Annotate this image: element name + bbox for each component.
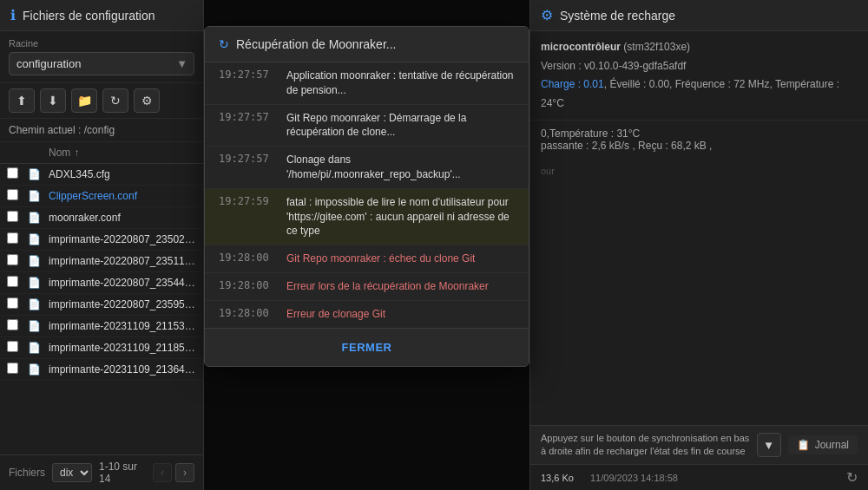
pagination-bar: Fichiers dix 1-10 sur 14 ‹ › xyxy=(0,454,203,490)
file-name: imprimante-20220807_235445.cfg xyxy=(49,277,196,289)
recovery-dialog: ↻ Récupération de Moonraker... 19:27:57 … xyxy=(204,26,529,367)
table-row[interactable]: 📄 imprimante-20231109_213641.cfg xyxy=(0,359,203,381)
header-name-cell: Nom ↑ xyxy=(49,147,196,159)
download-file-button[interactable]: ⬇ xyxy=(40,88,66,113)
folder-icon: 📁 xyxy=(77,94,92,108)
log-entry: 19:27:57 Application moonraker : tentati… xyxy=(205,62,529,105)
log-time: 19:28:00 xyxy=(219,307,279,319)
row-checkbox-cell xyxy=(7,297,28,311)
row-checkbox-cell xyxy=(7,232,28,246)
root-select[interactable]: configuration xyxy=(9,52,194,75)
right-panel-title: Système de recharge xyxy=(560,9,675,23)
new-folder-button[interactable]: 📁 xyxy=(71,88,97,113)
close-button[interactable]: FERMER xyxy=(328,337,406,357)
download-icon: ⬇ xyxy=(48,94,58,108)
file-icon: 📄 xyxy=(28,320,49,332)
pagination-files-label: Fichiers xyxy=(9,467,45,479)
log-message: Clonage dans '/home/pi/.moonraker_repo_b… xyxy=(286,153,515,182)
refresh-button[interactable]: ↻ xyxy=(102,88,128,113)
row-checkbox[interactable] xyxy=(7,276,18,287)
dialog-refresh-icon: ↻ xyxy=(219,37,229,51)
dialog-overlay: ↻ Récupération de Moonraker... 19:27:57 … xyxy=(204,0,529,490)
file-table-header: Nom ↑ xyxy=(0,142,203,164)
freq-value: Fréquence : 72 MHz xyxy=(675,78,770,90)
sync-icon[interactable]: ↻ xyxy=(846,469,858,486)
row-checkbox[interactable] xyxy=(7,254,18,265)
log-entry: 19:27:59 fatal : impossible de lire le n… xyxy=(205,189,529,245)
sort-icon: ↑ xyxy=(74,147,79,159)
row-checkbox[interactable] xyxy=(7,341,18,352)
per-page-select[interactable]: dix xyxy=(52,463,92,482)
file-table: Nom ↑ 📄 ADXL345.cfg 📄 ClipperScreen.conf… xyxy=(0,142,203,454)
row-checkbox-cell xyxy=(7,189,28,203)
log-time: 19:27:57 xyxy=(219,153,279,165)
header-checkbox-cell xyxy=(7,147,28,159)
extra-network: passante : 2,6 kB/s , Reçu : 68,2 kB , xyxy=(541,140,858,152)
row-checkbox-cell xyxy=(7,254,28,268)
row-checkbox[interactable] xyxy=(7,363,18,374)
table-row[interactable]: 📄 imprimante-20220807_235959.cfg xyxy=(0,294,203,316)
next-page-button[interactable]: › xyxy=(175,463,194,482)
row-checkbox[interactable] xyxy=(7,319,18,330)
log-entry: 19:27:57 Clonage dans '/home/pi/.moonrak… xyxy=(205,147,529,189)
log-message: Erreur lors de la récupération de Moonra… xyxy=(286,279,515,294)
table-row[interactable]: 📄 imprimante-20220807_235115.cfg xyxy=(0,251,203,272)
row-checkbox[interactable] xyxy=(7,297,18,309)
microcontroller-row: microcontrôleur (stm32f103xe) xyxy=(541,38,858,57)
log-entry: 19:28:00 Erreur lors de la récupération … xyxy=(205,273,529,301)
table-row[interactable]: 📄 imprimante-20231109_211537.cfg xyxy=(0,316,203,337)
file-size: 13,6 Ko xyxy=(541,473,574,483)
load-value: Charge : 0.01 xyxy=(541,78,604,90)
version-value: Version : v0.10.0-439-gdfa5afdf xyxy=(541,60,686,72)
settings-button[interactable]: ⚙ xyxy=(134,88,160,113)
table-row[interactable]: 📄 moonraker.conf xyxy=(0,207,203,229)
version-row: Version : v0.10.0-439-gdfa5afdf xyxy=(541,57,858,76)
upload-file-button[interactable]: ⬆ xyxy=(9,88,35,113)
right-panel: ⚙ Système de recharge microcontrôleur (s… xyxy=(529,0,868,490)
pagination-nav: ‹ › xyxy=(153,463,194,482)
file-icon: 📄 xyxy=(28,277,49,289)
file-icon: 📄 xyxy=(28,190,49,202)
log-time: 19:27:59 xyxy=(219,195,279,207)
file-meta: 13,6 Ko 11/09/2023 14:18:58 xyxy=(541,473,678,483)
row-checkbox[interactable] xyxy=(7,189,18,200)
pagination-range: 1-10 sur 14 xyxy=(99,461,146,485)
file-name: moonraker.conf xyxy=(49,212,196,224)
expand-button[interactable]: ▼ xyxy=(757,433,781,457)
file-icon: 📄 xyxy=(28,298,49,310)
log-message: fatal : impossible de lire le nom d'util… xyxy=(286,195,515,238)
table-row[interactable]: 📄 imprimante-20220807_235445.cfg xyxy=(0,272,203,294)
bottom-right: ▼ 📋 Journal xyxy=(757,433,858,457)
system-info: microcontrôleur (stm32f103xe) Version : … xyxy=(530,31,868,121)
file-name: imprimante-20220807_235028.cfg xyxy=(49,233,196,245)
file-icon: 📄 xyxy=(28,363,49,376)
bottom-bar: Appuyez sur le bouton de synchronisation… xyxy=(530,425,868,464)
right-extra-content: 0,Température : 31°C passante : 2,6 kB/s… xyxy=(530,121,868,425)
dialog-header: ↻ Récupération de Moonraker... xyxy=(205,27,529,62)
row-checkbox[interactable] xyxy=(7,232,18,244)
gear-icon: ⚙ xyxy=(141,94,153,108)
section-label: our xyxy=(541,166,858,176)
table-row[interactable]: 📄 ClipperScreen.conf xyxy=(0,186,203,207)
metrics-row: Charge : 0.01, Éveillé : 0.00, Fréquence… xyxy=(541,75,858,113)
log-message: Git Repo moonraker : échec du clone Git xyxy=(286,252,515,266)
root-section: Racine configuration ▼ xyxy=(0,31,203,83)
prev-page-button[interactable]: ‹ xyxy=(153,463,172,482)
row-checkbox[interactable] xyxy=(7,211,18,222)
table-row[interactable]: 📄 ADXL345.cfg xyxy=(0,164,203,186)
file-date: 11/09/2023 14:18:58 xyxy=(590,473,678,483)
log-time: 19:28:00 xyxy=(219,252,279,264)
log-entry: 19:27:57 Git Repo moonraker : Démarrage … xyxy=(205,105,529,147)
journal-section[interactable]: 📋 Journal xyxy=(788,435,858,454)
log-time: 19:28:00 xyxy=(219,279,279,291)
file-name: imprimante-20220807_235115.cfg xyxy=(49,255,196,267)
awake-value: Éveillé : 0.00 xyxy=(609,78,669,90)
micro-model: (stm32f103xe) xyxy=(623,41,690,53)
table-row[interactable]: 📄 imprimante-20231109_211858.cfg xyxy=(0,337,203,359)
extra-temp: 0,Température : 31°C xyxy=(541,127,858,140)
row-checkbox-cell xyxy=(7,211,28,225)
right-panel-header: ⚙ Système de recharge xyxy=(530,0,868,31)
journal-label: Journal xyxy=(815,439,849,451)
row-checkbox[interactable] xyxy=(7,167,18,179)
table-row[interactable]: 📄 imprimante-20220807_235028.cfg xyxy=(0,229,203,251)
